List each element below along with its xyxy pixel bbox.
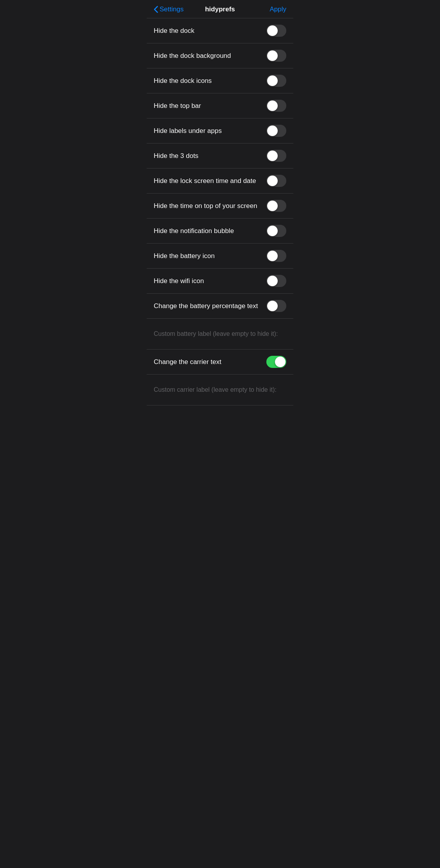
label-change-carrier-text: Change the carrier text bbox=[154, 358, 266, 366]
settings-row-hide-top-bar: Hide the top bar bbox=[147, 93, 293, 118]
label-hide-time-on-top: Hide the time on top of your screen bbox=[154, 202, 266, 210]
label-hide-dock-icons: Hide the dock icons bbox=[154, 77, 266, 85]
settings-row-hide-wifi-icon: Hide the wifi icon bbox=[147, 269, 293, 294]
settings-row-hide-3-dots: Hide the 3 dots bbox=[147, 143, 293, 169]
label-hide-battery-icon: Hide the battery icon bbox=[154, 252, 266, 260]
toggle-change-carrier-text[interactable] bbox=[266, 356, 286, 368]
settings-row-change-battery-percentage: Change the battery percentage text bbox=[147, 294, 293, 319]
settings-row-change-carrier-text: Change the carrier text bbox=[147, 350, 293, 375]
label-hide-dock-background: Hide the dock background bbox=[154, 52, 266, 60]
settings-row-hide-notification-bubble: Hide the notification bubble bbox=[147, 219, 293, 244]
settings-row-hide-time-on-top: Hide the time on top of your screen bbox=[147, 194, 293, 219]
settings-row-hide-dock-background: Hide the dock background bbox=[147, 43, 293, 68]
label-hide-notification-bubble: Hide the notification bubble bbox=[154, 227, 266, 235]
settings-row-hide-lock-screen-time: Hide the lock screen time and date bbox=[147, 169, 293, 194]
label-hide-labels-under-apps: Hide labels under apps bbox=[154, 127, 266, 135]
settings-row-custom-battery-label: Custom battery label (leave empty to hid… bbox=[147, 319, 293, 350]
back-label: Settings bbox=[160, 5, 183, 13]
back-chevron-icon bbox=[154, 6, 158, 13]
toggle-hide-wifi-icon[interactable] bbox=[266, 275, 286, 287]
toggle-hide-labels-under-apps[interactable] bbox=[266, 125, 286, 137]
toggle-hide-notification-bubble[interactable] bbox=[266, 225, 286, 237]
toggle-change-battery-percentage[interactable] bbox=[266, 300, 286, 312]
label-hide-wifi-icon: Hide the wifi icon bbox=[154, 277, 266, 285]
settings-list: Hide the dockHide the dock backgroundHid… bbox=[147, 18, 293, 405]
toggle-hide-top-bar[interactable] bbox=[266, 100, 286, 112]
toggle-hide-battery-icon[interactable] bbox=[266, 250, 286, 262]
toggle-hide-time-on-top[interactable] bbox=[266, 200, 286, 212]
sublabel-custom-battery-label: Custom battery label (leave empty to hid… bbox=[154, 325, 286, 343]
label-hide-dock: Hide the dock bbox=[154, 27, 266, 35]
toggle-hide-dock-background[interactable] bbox=[266, 50, 286, 62]
page-title: hidyprefs bbox=[185, 5, 255, 13]
sublabel-custom-carrier-label: Custom carrier label (leave empty to hid… bbox=[154, 381, 286, 399]
header: Settings hidyprefs Apply bbox=[147, 0, 293, 18]
toggle-hide-dock[interactable] bbox=[266, 25, 286, 37]
apply-button[interactable]: Apply bbox=[255, 5, 286, 13]
toggle-hide-lock-screen-time[interactable] bbox=[266, 175, 286, 187]
settings-row-custom-carrier-label: Custom carrier label (leave empty to hid… bbox=[147, 375, 293, 405]
settings-row-hide-battery-icon: Hide the battery icon bbox=[147, 244, 293, 269]
label-hide-top-bar: Hide the top bar bbox=[154, 102, 266, 110]
label-hide-lock-screen-time: Hide the lock screen time and date bbox=[154, 177, 266, 185]
toggle-hide-3-dots[interactable] bbox=[266, 150, 286, 162]
settings-row-hide-dock-icons: Hide the dock icons bbox=[147, 68, 293, 93]
settings-row-hide-dock: Hide the dock bbox=[147, 18, 293, 43]
back-button[interactable]: Settings bbox=[154, 5, 185, 13]
toggle-hide-dock-icons[interactable] bbox=[266, 75, 286, 87]
label-hide-3-dots: Hide the 3 dots bbox=[154, 152, 266, 160]
settings-row-hide-labels-under-apps: Hide labels under apps bbox=[147, 118, 293, 143]
label-change-battery-percentage: Change the battery percentage text bbox=[154, 302, 266, 310]
